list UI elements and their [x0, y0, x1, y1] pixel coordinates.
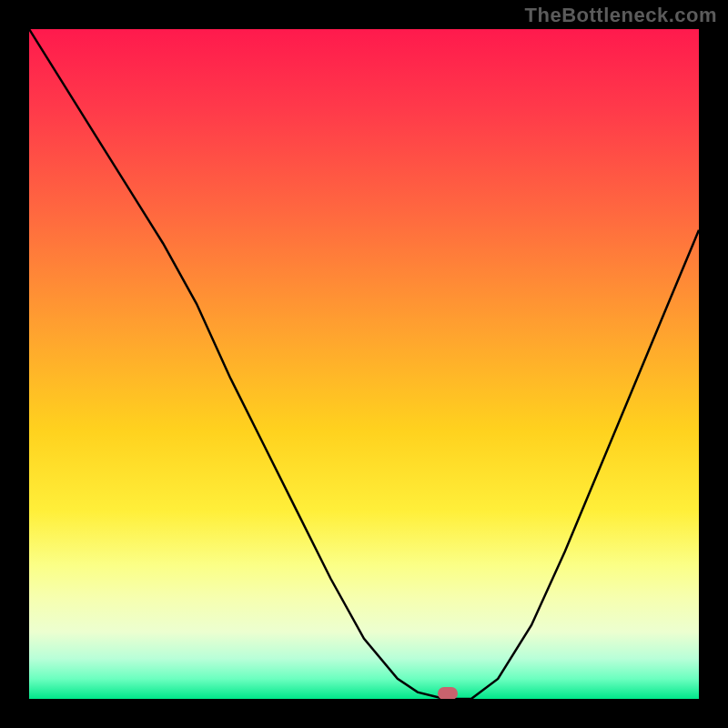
- watermark-label: TheBottleneck.com: [525, 4, 717, 27]
- plot-area: [29, 29, 699, 699]
- optimum-marker: [438, 687, 458, 699]
- chart-frame: TheBottleneck.com: [0, 0, 728, 728]
- bottleneck-curve: [29, 29, 699, 699]
- curve-path: [29, 29, 699, 699]
